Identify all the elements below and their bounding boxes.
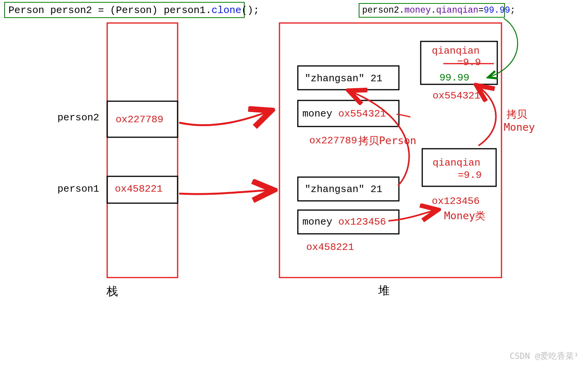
- p2-row2: money ox554321: [302, 108, 386, 120]
- p1-moneylbl: money: [302, 216, 338, 228]
- addr-person1: ox458221: [115, 183, 163, 195]
- p2-row1: "zhangsan" 21: [305, 73, 382, 84]
- code-text: ;: [510, 5, 516, 15]
- p2-note: 拷贝Person: [358, 134, 416, 148]
- svg-rect-2: [107, 23, 178, 278]
- label-person1: person1: [57, 183, 99, 195]
- p2-moneylbl: money: [302, 108, 338, 120]
- code-clone: Person person2 = (Person) person1.clone(…: [8, 5, 259, 16]
- code-assign: person2.money.qianqian=99.99;: [362, 5, 515, 15]
- code-text: Person person2 = (Person) person1.: [8, 5, 212, 16]
- code-text: =: [479, 5, 484, 15]
- p2-age: 21: [371, 73, 382, 84]
- code-lit: 99.99: [483, 5, 510, 15]
- code-text: person2.: [362, 5, 404, 15]
- code-text: ();: [242, 5, 260, 16]
- p2-addr: ox227789: [309, 135, 357, 146]
- m2-note2: Money: [504, 121, 535, 133]
- p1-age: 21: [371, 184, 382, 195]
- p1-moneyaddr: ox123456: [338, 216, 386, 228]
- addr-person2: ox227789: [116, 114, 163, 125]
- m2-field: qianqian: [432, 45, 480, 57]
- stack-label: 栈: [106, 284, 118, 299]
- m2-addr: ox554321: [433, 90, 480, 102]
- p1-row2: money ox123456: [302, 216, 386, 228]
- m2-val: =9.9: [457, 57, 481, 68]
- m1-note: Money类: [444, 209, 485, 223]
- m1-val: =9.9: [458, 169, 482, 181]
- heap-label: 堆: [378, 283, 390, 299]
- code-field: money: [404, 5, 431, 15]
- p1-name: "zhangsan": [305, 184, 371, 195]
- p2-moneyaddr: ox554321: [338, 108, 386, 120]
- code-field: qianqian: [436, 5, 478, 15]
- p1-row1: "zhangsan" 21: [305, 184, 382, 195]
- m2-newval: 99.99: [439, 72, 469, 84]
- m2-note: 拷贝: [506, 107, 527, 121]
- p1-addr: ox458221: [306, 242, 354, 253]
- p2-name: "zhangsan": [305, 73, 371, 84]
- watermark: CSDN @爱吃香菜¹: [510, 350, 579, 362]
- label-person2: person2: [57, 112, 99, 123]
- code-method: clone: [212, 5, 242, 16]
- m1-field: qianqian: [433, 157, 480, 169]
- m1-addr: ox123456: [432, 196, 480, 207]
- code-text: .: [431, 5, 436, 15]
